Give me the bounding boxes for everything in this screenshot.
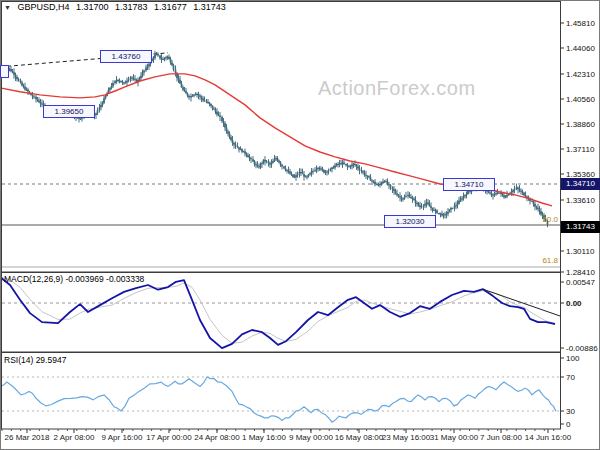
macd-signal-line bbox=[0, 277, 555, 343]
time-tick-label: 16 May 08:00 bbox=[335, 433, 384, 442]
level-price-box: 1.34710 bbox=[561, 178, 600, 190]
actionforex-watermark: ActionForex.com bbox=[318, 77, 476, 100]
ohlc-open: 1.31700 bbox=[76, 2, 109, 12]
time-tick-label: 1 May 16:00 bbox=[242, 433, 287, 442]
price-tick-label: 1.40560 bbox=[566, 95, 595, 104]
panel-border-macd bbox=[2, 273, 561, 353]
time-tick-label: 26 Mar 2018 bbox=[5, 433, 50, 442]
ohlc-close: 1.31743 bbox=[193, 2, 226, 12]
price-marker-box: 1.32030 bbox=[384, 215, 436, 228]
price-tick-label: -0.00886 bbox=[566, 344, 598, 353]
fib-label-61.8: 61.8 bbox=[516, 256, 558, 265]
price-tick-label: 1.30110 bbox=[566, 247, 595, 256]
price-tick-label: 0 bbox=[566, 420, 571, 429]
symbol-title-bar: ▼ GBPUSD,H4 1.31700 1.31783 1.31677 1.31… bbox=[4, 2, 230, 12]
price-tick-label: 1.33610 bbox=[566, 196, 595, 205]
time-tick-label: 24 Apr 08:00 bbox=[194, 433, 240, 442]
time-tick-label: 9 Apr 16:00 bbox=[102, 433, 143, 442]
clipped-marker-box bbox=[0, 65, 9, 78]
panel-border-main bbox=[2, 2, 561, 273]
chart-canvas[interactable]: 1.458101.440601.423101.405601.388601.371… bbox=[0, 0, 600, 450]
price-marker-box: 1.39650 bbox=[43, 105, 95, 118]
panel-border-rsi bbox=[2, 353, 561, 430]
price-tick-label: 1.37110 bbox=[566, 145, 595, 154]
time-tick-label: 14 Jun 16:00 bbox=[525, 433, 572, 442]
time-tick-label: 23 May 16:00 bbox=[382, 433, 431, 442]
time-tick-label: 17 Apr 00:00 bbox=[146, 433, 192, 442]
current-price-box: 1.31743 bbox=[561, 221, 600, 233]
price-marker-box: 1.34710 bbox=[443, 178, 495, 191]
price-tick-label: 1.44060 bbox=[566, 44, 595, 53]
fib-label-50.0: 50.0 bbox=[516, 215, 558, 224]
price-tick-label: 1.28410 bbox=[566, 268, 595, 277]
price-tick-label: 0.00 bbox=[566, 299, 582, 308]
time-tick-label: 31 May 00:00 bbox=[430, 433, 479, 442]
price-tick-label: 1.38860 bbox=[566, 120, 595, 129]
price-tick-label: 1.42310 bbox=[566, 70, 595, 79]
rsi-line bbox=[0, 377, 556, 422]
ohlc-high: 1.31783 bbox=[115, 2, 148, 12]
price-tick-label: 100 bbox=[566, 354, 580, 363]
macd-indicator-label: MACD(12,26,9) -0.003969 -0.003338 bbox=[4, 274, 144, 284]
symbol-timeframe-label: GBPUSD,H4 bbox=[17, 2, 69, 12]
chart-window: 1.458101.440601.423101.405601.388601.371… bbox=[0, 0, 600, 450]
price-tick-label: 1.45810 bbox=[566, 19, 595, 28]
price-marker-box: 1.43760 bbox=[100, 50, 152, 63]
time-tick-label: 7 Jun 08:00 bbox=[480, 433, 522, 442]
rsi-indicator-label: RSI(14) 29.5947 bbox=[4, 355, 66, 365]
price-tick-label: 0.00547 bbox=[566, 278, 595, 287]
chevron-down-icon: ▼ bbox=[4, 4, 11, 11]
price-tick-label: 70 bbox=[566, 373, 575, 382]
time-tick-label: 9 May 00:00 bbox=[289, 433, 334, 442]
time-tick-label: 2 Apr 08:00 bbox=[54, 433, 95, 442]
ohlc-low: 1.31677 bbox=[154, 2, 187, 12]
price-tick-label: 30 bbox=[566, 407, 575, 416]
